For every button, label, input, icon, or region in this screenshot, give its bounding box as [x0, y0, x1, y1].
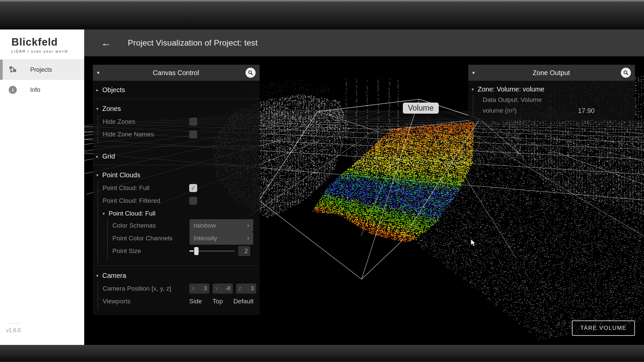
- window-bottom-bar: [0, 345, 644, 362]
- camera-z-field[interactable]: Z 3: [236, 284, 256, 294]
- field-value: 3: [251, 285, 254, 292]
- magnifier-icon[interactable]: [621, 68, 631, 78]
- pc-filtered-row: Point Cloud: Filtered ✓: [103, 194, 255, 207]
- collapse-triangle-icon[interactable]: ▾: [472, 70, 482, 76]
- viewport-side-link[interactable]: Side: [189, 298, 202, 305]
- chevron-down-icon: ▾: [247, 223, 249, 228]
- section-objects[interactable]: ▸ Objects: [93, 83, 260, 96]
- app-version: v1.6.0: [6, 327, 21, 334]
- viewport-default-link[interactable]: Default: [233, 298, 254, 305]
- section-label: Grid: [102, 153, 115, 160]
- camera-sub-block: Camera Position [x, y, z] X 3 Y -8 Z 3: [98, 282, 260, 310]
- canvas-control-panel: ▾ Canvas Control ▸ Objects ▾ Zones Hide …: [93, 65, 260, 315]
- field-key: Z: [238, 286, 251, 291]
- canvas-control-header: ▾ Canvas Control: [93, 65, 260, 81]
- panel-title: Canvas Control: [106, 69, 246, 77]
- logo-wordmark: Blickfeld: [11, 36, 84, 48]
- canvas-control-body: ▸ Objects ▾ Zones Hide Zones ✓ Hide Zone…: [93, 81, 260, 315]
- hide-zones-row: Hide Zones ✓: [103, 115, 255, 128]
- row-label: Point Color Channels: [112, 235, 190, 242]
- section-zones[interactable]: ▾ Zones: [93, 102, 260, 115]
- camera-y-field[interactable]: Y -8: [213, 284, 233, 294]
- zone-indent: Data Output: Volume volume (m³) 17.90: [473, 95, 635, 116]
- section-label: Point Clouds: [102, 171, 140, 179]
- volume-row: volume (m³) 17.90: [473, 105, 635, 116]
- pc-full-settings-header[interactable]: ▾ Point Cloud: Full: [103, 207, 255, 219]
- app-logo: Blickfeld LiDAR / scan your world: [0, 29, 84, 60]
- hide-zone-names-checkbox[interactable]: ✓: [189, 130, 197, 138]
- color-schemas-select[interactable]: rainbow ▾: [190, 219, 253, 232]
- point-color-channels-select[interactable]: Intensity ▾: [190, 232, 253, 245]
- camera-position-row: Camera Position [x, y, z] X 3 Y -8 Z 3: [103, 282, 255, 295]
- zone-output-header: ▾ Zone Output: [468, 65, 635, 81]
- section-camera[interactable]: ▾ Camera: [93, 268, 260, 282]
- zone-output-body: ▾ Zone: Volume: volume Data Output: Volu…: [468, 81, 635, 121]
- chevron-down-icon: ▾: [96, 173, 102, 178]
- divider: [93, 265, 260, 266]
- zone-volume-header[interactable]: ▾ Zone: Volume: volume: [468, 83, 635, 95]
- active-item-accent: [0, 60, 3, 80]
- field-key: X: [192, 286, 204, 291]
- chevron-down-icon: ▾: [103, 211, 108, 216]
- collapse-triangle-icon[interactable]: ▾: [97, 70, 106, 76]
- chevron-down-icon: ▾: [96, 273, 102, 278]
- zone-name-tag: Volume: [403, 103, 439, 114]
- row-label: Hide Zones: [103, 118, 189, 125]
- data-output-label: Data Output: Volume: [483, 96, 542, 104]
- sidebar-item-projects[interactable]: Projects: [0, 60, 84, 80]
- logo-tagline: LiDAR / scan your world: [11, 49, 84, 53]
- sidebar-item-info[interactable]: i Info: [0, 80, 84, 100]
- section-label: Camera: [102, 272, 126, 280]
- panel-title: Zone Output: [482, 69, 621, 77]
- info-icon: i: [9, 86, 17, 94]
- point-color-channels-row: Point Color Channels Intensity ▾: [112, 232, 250, 245]
- mouse-cursor-icon: [470, 239, 478, 247]
- slider-thumb[interactable]: [194, 247, 199, 255]
- version-divider: [6, 323, 21, 323]
- sidebar-item-label: Projects: [30, 66, 52, 73]
- page-header: ← Project Visualization of Project: test: [84, 29, 644, 56]
- color-schemas-row: Color Schemas rainbow ▾: [112, 219, 250, 232]
- field-value: -8: [225, 285, 230, 292]
- field-value: 3: [204, 285, 207, 292]
- divider: [93, 99, 260, 99]
- zone-title: Zone: Volume: volume: [478, 85, 544, 93]
- zone-output-panel: ▾ Zone Output ▾ Zone: Volume: volume Dat…: [468, 65, 635, 121]
- select-value: Intensity: [194, 235, 247, 242]
- volume-value: 17.90: [578, 107, 595, 115]
- page-title: Project Visualization of Project: test: [128, 38, 258, 48]
- tare-volume-button[interactable]: TARE VOLUME: [572, 320, 635, 336]
- pc-full-checkbox[interactable]: ✓: [189, 184, 197, 192]
- hide-zones-checkbox[interactable]: ✓: [189, 118, 197, 126]
- row-label: Viewports: [103, 298, 189, 305]
- section-label: Objects: [102, 86, 125, 94]
- divider: [93, 165, 260, 165]
- back-arrow-icon[interactable]: ←: [101, 38, 111, 48]
- section-grid[interactable]: ▸ Grid: [93, 149, 260, 162]
- hide-zone-names-row: Hide Zone Names ✓: [103, 128, 255, 141]
- row-label: Color Schemas: [112, 222, 190, 229]
- row-label: Point Size: [112, 247, 190, 255]
- point-clouds-sub-block: Point Cloud: Full ✓ Point Cloud: Filtere…: [98, 181, 260, 263]
- zones-sub-block: Hide Zones ✓ Hide Zone Names ✓: [98, 115, 260, 143]
- chevron-down-icon: ▾: [247, 236, 249, 241]
- point-size-value[interactable]: 2: [238, 246, 250, 256]
- volume-label: volume (m³): [483, 107, 517, 114]
- viewport-top-link[interactable]: Top: [213, 298, 223, 305]
- magnifier-icon[interactable]: [246, 68, 256, 78]
- section-point-clouds[interactable]: ▾ Point Clouds: [93, 168, 260, 181]
- point-size-slider[interactable]: [190, 251, 235, 251]
- pc-full-settings-block: Color Schemas rainbow ▾ Point Color Chan…: [107, 219, 255, 260]
- pc-filtered-checkbox[interactable]: ✓: [189, 197, 197, 205]
- row-label: Hide Zone Names: [103, 131, 189, 138]
- select-value: rainbow: [194, 222, 247, 229]
- version-block: v1.6.0: [6, 323, 21, 334]
- sidebar: Blickfeld LiDAR / scan your world Projec…: [0, 29, 84, 345]
- camera-x-field[interactable]: X 3: [189, 284, 209, 294]
- chevron-right-icon: ▸: [96, 154, 102, 159]
- viewports-row: Viewports Side Top Default: [103, 295, 255, 308]
- chevron-down-icon: ▾: [96, 106, 102, 111]
- field-key: Y: [215, 286, 225, 291]
- row-label: Camera Position [x, y, z]: [103, 285, 189, 292]
- section-label: Zones: [102, 105, 121, 113]
